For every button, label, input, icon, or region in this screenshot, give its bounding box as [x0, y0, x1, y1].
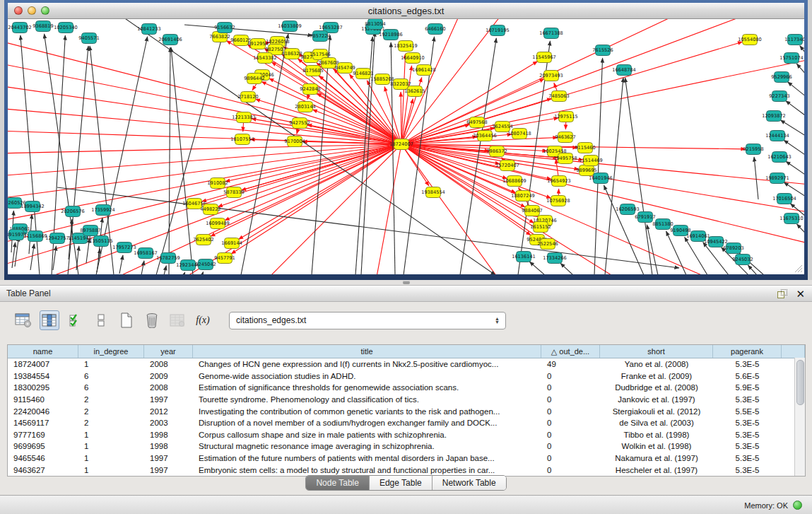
table-cell[interactable]: 5.3E-5: [713, 395, 782, 404]
tab-edge-table[interactable]: Edge Table: [370, 476, 433, 490]
table-scrollbar[interactable]: [794, 358, 805, 476]
table-cell[interactable]: de Silva et al. (2003): [600, 419, 713, 427]
table-cell[interactable]: 5.3E-5: [713, 442, 782, 450]
memory-status[interactable]: Memory: OK: [744, 501, 802, 510]
table-cell[interactable]: 1997: [144, 466, 193, 474]
table-cell[interactable]: 22420046: [8, 407, 78, 416]
table-cell[interactable]: 6: [78, 383, 144, 392]
table-cell[interactable]: 0: [541, 466, 600, 474]
table-cell[interactable]: Hescheler et al. (1997): [600, 466, 713, 474]
graph-node[interactable]: 10554080: [738, 35, 762, 45]
graph-node[interactable]: 16961428: [412, 65, 436, 76]
graph-node[interactable]: 20691406: [158, 35, 182, 45]
table-row[interactable]: 946554611997Estimation of the future num…: [8, 452, 805, 465]
graph-node[interactable]: 6466160: [425, 24, 445, 35]
table-cell[interactable]: 5.3E-5: [713, 431, 782, 439]
graph-node[interactable]: 1669144: [221, 238, 242, 249]
graph-node[interactable]: 9170004: [284, 136, 305, 147]
graph-node[interactable]: 8975887: [80, 226, 100, 236]
select-columns-check-icon[interactable]: [66, 311, 85, 329]
table-cell[interactable]: 0: [541, 383, 600, 392]
graph-node[interactable]: 16671388: [539, 28, 563, 39]
graph-node[interactable]: 10205340: [54, 23, 78, 33]
table-cell[interactable]: Tourette syndrome. Phenomenology and cla…: [193, 395, 541, 404]
table-cell[interactable]: 5.3E-5: [713, 466, 782, 474]
graph-node[interactable]: 3624554: [492, 122, 512, 132]
zoom-window-button[interactable]: [41, 6, 49, 15]
table-row[interactable]: 1938455462009Genome-wide association stu…: [8, 370, 805, 382]
graph-node[interactable]: 16136141: [512, 252, 536, 262]
graph-node[interactable]: 2522546: [537, 239, 558, 250]
table-cell[interactable]: 14569117: [8, 419, 78, 427]
table-cell[interactable]: 0: [541, 395, 600, 404]
table-cell[interactable]: 18300295: [8, 383, 78, 392]
table-cell[interactable]: Investigating the contribution of common…: [193, 407, 541, 416]
table-cell[interactable]: 9777169: [8, 431, 78, 439]
graph-node[interactable]: 9115460: [575, 143, 595, 153]
table-cell[interactable]: Corpus callosum shape and size in male p…: [193, 431, 541, 439]
graph-node[interactable]: 17016504: [772, 194, 796, 204]
table-options-icon[interactable]: [14, 311, 33, 329]
table-cell[interactable]: 2009: [144, 372, 193, 380]
graph-node[interactable]: 9156632: [214, 23, 235, 33]
table-row[interactable]: 1830029562008Estimation of significance …: [8, 382, 805, 394]
table-cell[interactable]: 2003: [144, 419, 193, 427]
table-cell[interactable]: 1: [78, 360, 144, 368]
table-cell[interactable]: 0: [541, 372, 600, 380]
graph-node[interactable]: 7485063: [548, 91, 569, 102]
graph-node[interactable]: 1615152: [530, 222, 551, 233]
graph-node[interactable]: 7625402: [193, 235, 213, 245]
table-cell[interactable]: 9699695: [8, 442, 78, 450]
table-cell[interactable]: Yano et al. (2008): [600, 360, 713, 368]
table-cell[interactable]: Nakamura et al. (1997): [600, 454, 713, 462]
graph-node[interactable]: 1910082: [207, 178, 228, 189]
minimize-window-button[interactable]: [28, 6, 36, 15]
graph-node[interactable]: 8215958: [743, 144, 763, 155]
table-cell[interactable]: Jankovic et al. (1997): [600, 395, 713, 404]
table-row[interactable]: 969969511998Structural magnetic resonanc…: [8, 440, 805, 452]
table-cell[interactable]: 18724007: [8, 360, 78, 368]
table-cell[interactable]: 9463627: [8, 466, 78, 474]
network-canvas[interactable]: 1872400776638229660125891295418226058982…: [8, 19, 804, 274]
new-table-icon[interactable]: [117, 311, 136, 329]
column-select-icon[interactable]: [40, 310, 59, 330]
column-header-short[interactable]: short: [600, 345, 713, 358]
graph-node[interactable]: 16640910: [401, 53, 425, 64]
graph-node[interactable]: 20443702: [8, 23, 32, 33]
graph-node[interactable]: 7986372: [486, 146, 507, 157]
graph-node[interactable]: 9529966: [771, 72, 792, 83]
graph-node[interactable]: 10688609: [502, 176, 526, 187]
graph-node[interactable]: 17334266: [543, 253, 567, 264]
table-cell[interactable]: 2: [78, 419, 144, 427]
table-row[interactable]: 946362711997Embryonic stem cells: a mode…: [8, 464, 805, 476]
resize-grip-icon[interactable]: [793, 263, 803, 273]
close-window-button[interactable]: [14, 6, 23, 15]
table-cell[interactable]: 5.9E-5: [713, 383, 782, 392]
table-cell[interactable]: 9115460: [8, 395, 78, 404]
column-header-name[interactable]: name: [8, 345, 78, 358]
graph-node[interactable]: 7615526: [592, 45, 613, 56]
delete-table-icon[interactable]: [143, 311, 161, 329]
table-cell[interactable]: 0: [541, 419, 600, 427]
graph-node[interactable]: 8454749: [334, 63, 355, 74]
table-cell[interactable]: Wolkin et al. (1998): [600, 442, 713, 450]
table-cell[interactable]: 19384554: [8, 372, 78, 380]
divider-handle[interactable]: [403, 281, 410, 284]
graph-node[interactable]: 6497568: [466, 117, 487, 128]
column-header-in_degree[interactable]: in_degree: [78, 345, 144, 358]
tab-node-table[interactable]: Node Table: [306, 476, 370, 490]
graph-node[interactable]: 18325419: [394, 41, 418, 52]
graph-node[interactable]: 12093872: [762, 111, 786, 122]
table-cell[interactable]: Dudbridge et al. (2008): [600, 383, 713, 392]
table-cell[interactable]: Changes of HCN gene expression and I(f) …: [193, 360, 541, 368]
table-cell[interactable]: Franke et al. (2009): [600, 372, 713, 380]
table-row[interactable]: 911546021997Tourette syndrome. Phenomeno…: [8, 394, 805, 406]
table-cell[interactable]: 0: [541, 431, 600, 439]
table-cell[interactable]: 1: [78, 466, 144, 474]
table-cell[interactable]: 0: [541, 442, 600, 450]
table-cell[interactable]: 5.6E-5: [713, 372, 782, 380]
graph-node[interactable]: 15720407: [495, 160, 519, 171]
table-cell[interactable]: 2: [78, 395, 144, 404]
graph-node[interactable]: 9227343: [769, 91, 789, 102]
graph-node[interactable]: 2718120: [237, 92, 258, 103]
